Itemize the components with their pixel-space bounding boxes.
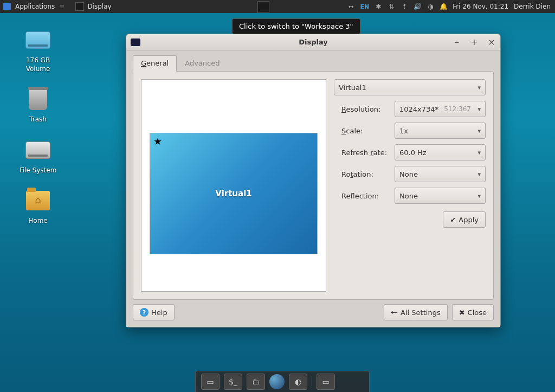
desktop-icon-trash[interactable]: Trash [11, 86, 65, 124]
apply-button-label: Apply [459, 216, 479, 224]
refresh-rate-combo[interactable]: 60.0 Hz [395, 144, 486, 160]
reflection-combo[interactable]: None [395, 188, 486, 204]
window-title: Display [126, 38, 500, 46]
taskbar-window-display[interactable]: Display [75, 2, 111, 11]
check-icon: ✔ [450, 216, 456, 224]
dock-separator [312, 376, 312, 388]
primary-display-star-icon: ★ [153, 136, 162, 147]
user-menu[interactable]: Derrik Dien [514, 3, 551, 10]
display-settings-window: Display – + × General Advanced ★ Virtual… [126, 34, 501, 327]
dock-item-desktop[interactable]: ▭ [201, 374, 220, 390]
top-panel: Applications ≡ Display ↔ EN ✱ ⇅ ⇡ 🔊 ◑ 🔔 … [0, 0, 555, 13]
hard-disk-icon [25, 142, 50, 159]
rotation-label: Rotation: [341, 170, 390, 178]
bluetooth-icon[interactable]: ✱ [375, 3, 382, 10]
scale-value: 1x [399, 127, 408, 135]
desktop-icon-label: Home [28, 217, 47, 226]
close-icon: ✖ [459, 309, 465, 317]
all-settings-button[interactable]: 🡐 All Settings [384, 304, 448, 320]
desktop-icon-label: 176 GB Volume [26, 56, 50, 73]
minimize-button[interactable]: – [451, 37, 462, 47]
resolution-label: Resolution: [341, 105, 390, 113]
drive-icon [25, 31, 50, 49]
window-app-icon [131, 38, 140, 46]
tab-general[interactable]: General [133, 55, 177, 72]
workspace-tooltip: Click to switch to "Workspace 3" [232, 18, 360, 34]
resolution-combo[interactable]: 1024x734* 512:367 [395, 101, 486, 117]
resolution-aspect: 512:367 [444, 105, 471, 113]
bottom-dock: ▭ $_ 🗀 ◐ ▭ [195, 371, 370, 392]
desktop-icon-volume[interactable]: 176 GB Volume [11, 27, 65, 73]
home-folder-icon [26, 191, 50, 210]
taskbar-window-title: Display [87, 3, 111, 10]
applications-menu[interactable]: Applications [15, 3, 55, 10]
dock-item-browser[interactable] [269, 374, 285, 389]
volume-icon[interactable]: 🔊 [414, 3, 421, 10]
dock-item-terminal[interactable]: $_ [224, 374, 242, 390]
rotation-combo[interactable]: None [395, 166, 486, 182]
updates-icon[interactable]: ⇡ [401, 3, 408, 10]
close-window-button[interactable]: × [486, 37, 497, 47]
dock-item-running[interactable]: ▭ [317, 374, 335, 390]
reflection-value: None [399, 192, 418, 200]
monitor-preview-label: Virtual1 [215, 189, 251, 198]
clock[interactable]: Fri 26 Nov, 01:21 [453, 3, 508, 10]
tab-bar: General Advanced [133, 55, 494, 71]
notifications-icon[interactable]: 🔔 [440, 3, 447, 10]
desktop-icon-label: File System [20, 166, 57, 175]
tab-advanced[interactable]: Advanced [177, 55, 228, 72]
scale-combo[interactable]: 1x [395, 123, 486, 139]
dock-item-files[interactable]: 🗀 [247, 374, 265, 390]
display-preview-pane: ★ Virtual1 [141, 79, 326, 292]
reflection-label: Reflection: [341, 192, 390, 200]
desktop-icon-label: Trash [29, 115, 47, 124]
workspace-switcher-icon[interactable] [257, 1, 269, 13]
display-settings-pane: Virtual1 Resolution: 1024x734* 512:367 S… [334, 79, 486, 292]
scale-label: Scale: [341, 127, 390, 135]
display-selector-combo[interactable]: Virtual1 [334, 79, 486, 95]
help-button[interactable]: ? Help [133, 304, 175, 320]
maximize-button[interactable]: + [469, 37, 480, 47]
close-button-label: Close [468, 309, 487, 317]
titlebar[interactable]: Display – + × [126, 34, 500, 50]
display-app-icon [75, 2, 84, 11]
xfce-logo-icon[interactable] [3, 3, 11, 10]
keyboard-layout-indicator[interactable]: EN [360, 3, 369, 10]
refresh-rate-value: 60.0 Hz [399, 149, 427, 157]
dock-item-settings[interactable]: ◐ [289, 374, 307, 390]
display-selector-value: Virtual1 [339, 83, 366, 92]
apply-button[interactable]: ✔ Apply [443, 211, 486, 228]
resize-icon[interactable]: ↔ [347, 3, 354, 10]
trash-icon [29, 88, 47, 110]
power-icon[interactable]: ◑ [427, 3, 434, 10]
refresh-rate-label: Refresh rate: [341, 149, 390, 157]
panel-separator-icon: ≡ [59, 3, 64, 10]
network-icon[interactable]: ⇅ [388, 3, 395, 10]
help-icon: ? [140, 308, 149, 317]
all-settings-label: All Settings [401, 309, 441, 317]
tab-content-general: ★ Virtual1 Virtual1 Resolution: 1024x734… [133, 71, 494, 300]
close-button[interactable]: ✖ Close [452, 304, 494, 320]
help-button-label: Help [151, 309, 167, 317]
back-arrow-icon: 🡐 [391, 309, 398, 317]
window-bottom-bar: ? Help 🡐 All Settings ✖ Close [133, 300, 494, 320]
desktop-icon-filesystem[interactable]: File System [11, 137, 65, 175]
desktop-icon-home[interactable]: Home [11, 188, 65, 226]
monitor-preview[interactable]: ★ Virtual1 [150, 133, 318, 254]
desktop-icons: 176 GB Volume Trash File System Home [11, 27, 65, 226]
resolution-value: 1024x734* [399, 105, 438, 113]
rotation-value: None [399, 170, 418, 178]
